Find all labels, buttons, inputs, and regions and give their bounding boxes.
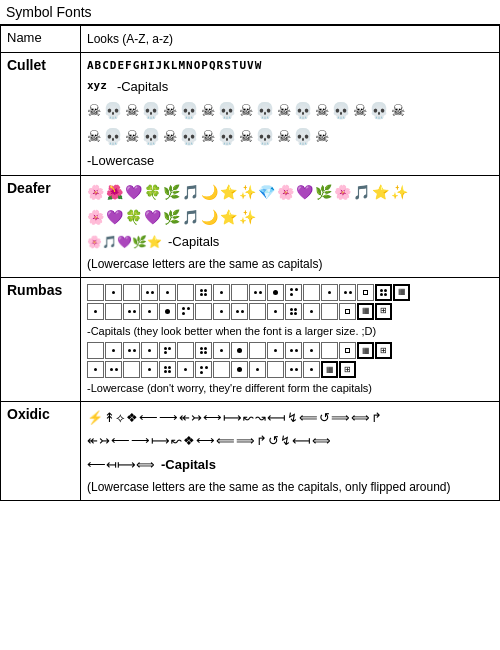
- rumbas-looks: ▦ ▦: [81, 277, 500, 401]
- rumbas-lower-row2: ▦ ⊞: [87, 361, 493, 378]
- deafer-capitals-line: 🌸🎵💜🌿⭐ -Capitals: [87, 232, 493, 252]
- table-row: Rumbas: [1, 277, 500, 401]
- rumbas-caps-row1: ▦: [87, 284, 493, 301]
- rumbas-lowercase-note: -Lowercase (don't worry, they're differe…: [87, 380, 493, 397]
- table-row: Oxidic ⚡↟⟡❖⟵⟶↞↣⟷⟼↜↝⟻↯⟸↺⟹⟺↱ ↞↣⟵⟶⟼↜❖⟷⟸⟹↱↺↯…: [1, 401, 500, 500]
- header-name: Name: [1, 26, 81, 53]
- cullet-xyz: xyz: [87, 78, 107, 95]
- oxidic-symbols-small: ⟵↤⟼⟺: [87, 455, 155, 475]
- deafer-symbols-row1: 🌸🌺💜🍀🌿🎵🌙⭐✨💎🌸💜🌿🌸🎵⭐✨: [87, 180, 493, 205]
- rumbas-caps-row2: ▦ ⊞: [87, 303, 493, 320]
- deafer-symbols-small: 🌸🎵💜🌿⭐: [87, 233, 162, 251]
- oxidic-capitals-label: -Capitals: [161, 455, 216, 475]
- table-row: Deafer 🌸🌺💜🍀🌿🎵🌙⭐✨💎🌸💜🌿🌸🎵⭐✨ 🌸💜🍀💜🌿🎵🌙⭐✨ 🌸🎵💜🌿⭐…: [1, 175, 500, 277]
- font-name-deafer: Deafer: [1, 175, 81, 277]
- cullet-xyz-capitals: xyz -Capitals: [87, 77, 493, 97]
- oxidic-symbols-row2: ↞↣⟵⟶⟼↜❖⟷⟸⟹↱↺↯⟻⟺: [87, 429, 493, 452]
- deafer-capitals-label: -Capitals: [168, 232, 219, 252]
- cullet-looks: ABCDEFGHIJKLMNOPQRSTUVW xyz -Capitals ☠💀…: [81, 53, 500, 176]
- font-name-oxidic: Oxidic: [1, 401, 81, 500]
- page-title: Symbol Fonts: [0, 0, 500, 25]
- deafer-looks: 🌸🌺💜🍀🌿🎵🌙⭐✨💎🌸💜🌿🌸🎵⭐✨ 🌸💜🍀💜🌿🎵🌙⭐✨ 🌸🎵💜🌿⭐ -Capit…: [81, 175, 500, 277]
- cullet-lowercase-label: -Lowercase: [87, 151, 493, 171]
- deafer-lowercase-note: (Lowercase letters are the same as capit…: [87, 255, 493, 273]
- cullet-skull-row2: ☠💀☠💀☠💀☠💀☠💀☠💀☠: [87, 124, 493, 150]
- rumbas-lower-row1: ▦ ⊞: [87, 342, 493, 359]
- oxidic-capitals-line: ⟵↤⟼⟺ -Capitals: [87, 455, 493, 475]
- rumbas-capitals-note: -Capitals (they look better when the fon…: [87, 323, 493, 340]
- cullet-skull-row1: ☠💀☠💀☠💀☠💀☠💀☠💀☠💀☠💀☠: [87, 98, 493, 124]
- cullet-capitals-symbols: ABCDEFGHIJKLMNOPQRSTUVW: [87, 57, 493, 75]
- cullet-capitals-label: -Capitals: [117, 77, 168, 97]
- header-looks: Looks (A-Z, a-z): [81, 26, 500, 53]
- table-row: Cullet ABCDEFGHIJKLMNOPQRSTUVW xyz -Capi…: [1, 53, 500, 176]
- font-name-rumbas: Rumbas: [1, 277, 81, 401]
- font-name-cullet: Cullet: [1, 53, 81, 176]
- symbol-fonts-table: Name Looks (A-Z, a-z) Cullet ABCDEFGHIJK…: [0, 25, 500, 501]
- oxidic-looks: ⚡↟⟡❖⟵⟶↞↣⟷⟼↜↝⟻↯⟸↺⟹⟺↱ ↞↣⟵⟶⟼↜❖⟷⟸⟹↱↺↯⟻⟺ ⟵↤⟼⟺…: [81, 401, 500, 500]
- oxidic-lowercase-note: (Lowercase letters are the same as the c…: [87, 478, 493, 496]
- deafer-symbols-row2: 🌸💜🍀💜🌿🎵🌙⭐✨: [87, 205, 493, 230]
- oxidic-symbols-row1: ⚡↟⟡❖⟵⟶↞↣⟷⟼↜↝⟻↯⟸↺⟹⟺↱: [87, 406, 493, 429]
